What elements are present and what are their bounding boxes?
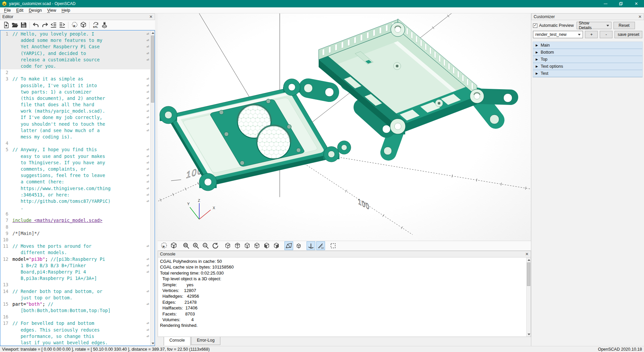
- open-button[interactable]: [10, 21, 19, 30]
- code-row: 2: [0, 69, 150, 76]
- line-number: [0, 275, 12, 282]
- customizer-group-bottom[interactable]: ▶Bottom: [533, 49, 642, 56]
- show-scale-markers-button[interactable]: 10: [316, 241, 325, 250]
- zoom-in-button[interactable]: [192, 241, 200, 250]
- console-line: Vertices: 12807: [160, 288, 529, 293]
- 3d-viewport[interactable]: 100 100: [158, 13, 531, 241]
- new-file-button[interactable]: [2, 21, 10, 30]
- viewport-status-text: Viewport: translate = [ 0.00 0.00 0.00 ]…: [2, 347, 210, 352]
- wrap-indicator-icon: ⏎: [147, 256, 149, 262]
- unindent-button[interactable]: [49, 21, 58, 30]
- scroll-down-icon[interactable]: [151, 341, 155, 346]
- preview-button[interactable]: »: [160, 241, 168, 250]
- editor-panel: Editor ✕ »STL 1// Hello, you lovely peop…: [0, 13, 158, 346]
- customizer-group-text-options[interactable]: ▶Text options: [533, 63, 642, 70]
- editor-panel-header: Editor ✕: [0, 13, 155, 20]
- show-details-dropdown[interactable]: Show Details: [577, 22, 611, 29]
- add-preset-button[interactable]: +: [585, 31, 598, 38]
- zoom-all-button[interactable]: [182, 241, 191, 250]
- save-preset-button[interactable]: save preset: [614, 31, 642, 38]
- line-number: [0, 262, 12, 269]
- line-number: [0, 44, 12, 50]
- preset-combobox[interactable]: render_test_new: [533, 31, 583, 38]
- customizer-close-icon[interactable]: ✕: [638, 15, 642, 19]
- zoom-out-button[interactable]: [201, 241, 210, 250]
- tab-console[interactable]: Console: [164, 337, 191, 346]
- show-crosshairs-button[interactable]: [329, 241, 337, 250]
- remove-preset-button[interactable]: -: [600, 31, 612, 38]
- line-number: 4: [0, 140, 12, 146]
- code-text: /*[Main]*/: [12, 230, 150, 237]
- customizer-group-main[interactable]: ▶Main: [533, 42, 642, 49]
- render-button[interactable]: [79, 21, 88, 30]
- editor-scroll-thumb[interactable]: [151, 36, 154, 103]
- perspective-button[interactable]: [284, 241, 293, 250]
- reset-button[interactable]: Reset: [613, 22, 635, 29]
- code-row: :3464513, or here:⏎: [0, 192, 150, 198]
- undo-button[interactable]: [32, 21, 40, 30]
- reset-view-button[interactable]: [211, 241, 220, 250]
- code-row: http://github.com/tomsc87/YARPiC)⏎: [0, 198, 150, 204]
- wrap-indicator-icon: ⏎: [147, 153, 149, 160]
- console-scroll-thumb[interactable]: [527, 262, 530, 286]
- editor-scrollbar[interactable]: [150, 31, 155, 346]
- code-text: :3464513, or here:: [12, 192, 150, 198]
- code-row: easy to use and post your makes⏎: [0, 153, 150, 160]
- view-bottom-button[interactable]: [243, 241, 252, 250]
- code-editor[interactable]: 1// Hello, you lovely people. I⏎ added s…: [0, 30, 155, 346]
- console-close-icon[interactable]: ✕: [525, 252, 529, 256]
- restore-button[interactable]: [613, 0, 629, 7]
- preview-button[interactable]: »: [70, 21, 79, 30]
- console-line: CGAL Polyhedrons in cache: 50: [160, 258, 529, 264]
- code-row: to Thingiverse. If you have any⏎: [0, 160, 150, 166]
- indent-button[interactable]: [58, 21, 66, 30]
- print-3d-button[interactable]: [100, 21, 109, 30]
- wrap-indicator-icon: ⏎: [147, 185, 149, 192]
- line-number: 2: [0, 69, 12, 76]
- code-row: 4: [0, 140, 150, 146]
- menu-design[interactable]: Design: [26, 8, 45, 13]
- customizer-panel-title: Customizer: [534, 14, 555, 19]
- render-button[interactable]: [169, 241, 178, 250]
- code-row: 17// For bevelled top and bottom⏎: [0, 320, 150, 327]
- code-row: possible, I've split it into⏎: [0, 82, 150, 89]
- menu-help[interactable]: Help: [59, 8, 73, 13]
- code-text: .: [12, 204, 150, 211]
- show-axes-button[interactable]: [307, 241, 315, 250]
- close-button[interactable]: ✕: [629, 0, 644, 7]
- code-row: 3// To make it as simple as⏎: [0, 76, 150, 82]
- minimize-button[interactable]: [598, 0, 613, 7]
- console-output[interactable]: CGAL Polyhedrons in cache: 50CGAL cache …: [158, 257, 531, 337]
- customizer-group-test[interactable]: ▶Test: [533, 70, 642, 77]
- redo-button[interactable]: [40, 21, 49, 30]
- group-label: Top: [541, 57, 547, 62]
- scroll-up-icon[interactable]: [527, 257, 531, 262]
- code-text: include <maths/yarpic_model.scad>: [12, 217, 150, 224]
- scroll-down-icon[interactable]: [527, 332, 531, 337]
- line-number: [0, 153, 12, 160]
- export-stl-button[interactable]: STL: [91, 21, 100, 30]
- editor-close-icon[interactable]: ✕: [149, 15, 153, 19]
- view-front-button[interactable]: [262, 241, 271, 250]
- console-line: Halfedges: 42956: [160, 293, 529, 299]
- openscad-window: yarpic_customizer.scad - OpenSCAD ✕ File…: [0, 0, 644, 352]
- view-back-button[interactable]: [272, 241, 281, 250]
- customizer-group-top[interactable]: ▶Top: [533, 56, 642, 63]
- menu-file[interactable]: File: [1, 8, 13, 13]
- code-text: performance, so change this: [12, 333, 150, 340]
- code-text: comments, complaints, or: [12, 166, 150, 172]
- menu-edit[interactable]: Edit: [13, 8, 26, 13]
- console-scrollbar[interactable]: [526, 257, 531, 337]
- automatic-preview-checkbox[interactable]: [533, 23, 537, 28]
- orthogonal-button[interactable]: [294, 241, 303, 250]
- wrap-indicator-icon: ⏎: [147, 127, 149, 134]
- code-row: 10: [0, 237, 150, 243]
- save-button[interactable]: [19, 21, 28, 30]
- view-top-button[interactable]: [233, 241, 242, 250]
- scroll-up-icon[interactable]: [151, 31, 155, 35]
- view-left-button[interactable]: [253, 241, 261, 250]
- view-right-button[interactable]: [223, 241, 232, 250]
- menu-view[interactable]: View: [45, 8, 59, 13]
- tab-error-log[interactable]: Error-Log: [191, 337, 220, 345]
- code-row: Yet Another Raspberry Pi Case⏎: [0, 44, 150, 50]
